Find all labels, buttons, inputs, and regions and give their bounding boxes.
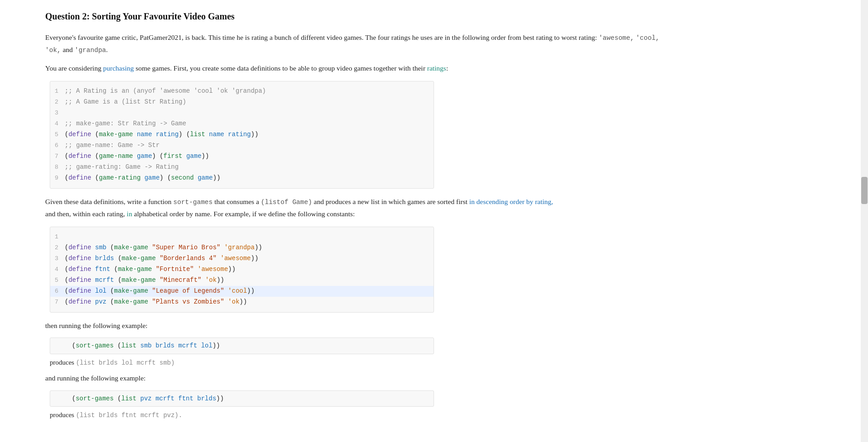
code-content-4: ;; make-game: Str Rating -> Game [65,119,186,129]
code-content-9: (define (game-rating game) (second game)… [65,173,221,184]
code-line-4: 4 ;; make-game: Str Rating -> Game [50,119,434,129]
alpha-highlight: in [127,210,132,218]
code2-line-6: 6 (define lol (make-game "League of Lege… [50,286,434,297]
code-content-1: ;; A Rating is an (anyof 'awesome 'cool … [65,86,266,97]
line-num-9: 9 [50,173,65,184]
intro-paragraph-1: Everyone's favourite game critic, PatGam… [45,32,669,56]
code-line-5: 5 (define (make-game name rating) (list … [50,129,434,140]
para3-text-d: and then, within each rating, [45,210,127,218]
code2-line-1: 1 [50,232,434,242]
intro-text-2c: : [446,64,448,72]
code-line-8: 8 ;; game-rating: Game -> Rating [50,162,434,173]
code2-line-3: 3 (define brlds (make-game "Borderlands … [50,253,434,264]
code-line-2: 2 ;; A Game is a (list Str Rating) [50,97,434,108]
code-line-3: 3 [50,108,434,119]
produces-result-1: (list brlds lol mcrft smb) [76,359,175,366]
code2-content-2: (define smb (make-game "Super Mario Bros… [65,242,262,253]
code2-content-4: (define ftnt (make-game "Fortnite" 'awes… [65,264,236,275]
descending-highlight: in descending order by rating, [469,198,553,205]
para3-text-a: Given these data definitions, write a fu… [45,198,173,205]
example2-content: (sort-games (list pvz mcrft ftnt brlds)) [72,394,224,404]
line-num-1: 1 [50,86,65,97]
sort-games-func: sort-games [173,199,212,206]
produces-label-1: produces [50,359,76,366]
line2-num-1: 1 [50,232,65,242]
line-num-2: 2 [50,97,65,108]
code2-content-1 [65,232,68,242]
code-line-1: 1 ;; A Rating is an (anyof 'awesome 'coo… [50,86,434,97]
produces-result-2: (list brlds ftnt mcrft pvz). [76,412,182,419]
code2-line-5: 5 (define mcrft (make-game "Minecraft" '… [50,275,434,286]
code2-line-7: 7 (define pvz (make-game "Plants vs Zomb… [50,297,434,308]
intro-text-1: Everyone's favourite game critic, PatGam… [45,33,599,41]
code-content-6: ;; game-name: Game -> Str [65,140,160,151]
line2-num-7: 7 [50,297,65,308]
code-block-1: 1 ;; A Rating is an (anyof 'awesome 'coo… [50,81,434,188]
code-content-8: ;; game-rating: Game -> Rating [65,162,179,173]
purchasing-highlight: purchasing [103,64,134,72]
example1-content: (sort-games (list smb brlds mcrft lol)) [72,341,220,351]
line-num-7: 7 [50,152,65,162]
para3-text-e: alphabetical order by name. For example,… [132,210,354,218]
line2-num-6: 6 [50,286,65,297]
paragraph-3: Given these data definitions, write a fu… [45,196,669,219]
code-content-2: ;; A Game is a (list Str Rating) [65,97,186,108]
line-num-5: 5 [50,130,65,140]
example1-linenum [57,341,72,351]
line-num-4: 4 [50,119,65,129]
line2-num-5: 5 [50,276,65,286]
example2-linenum [57,394,72,404]
rating-grandpa: 'grandpa [75,47,106,54]
intro-paragraph-2: You are considering purchasing some game… [45,62,669,74]
code2-content-6: (define lol (make-game "League of Legend… [65,286,255,297]
then-text: then running the following example: [45,320,669,332]
code2-content-5: (define mcrft (make-game "Minecraft" 'ok… [65,275,224,286]
code-line-6: 6 ;; game-name: Game -> Str [50,140,434,151]
line-num-3: 3 [50,108,65,119]
para3-text-b: that consumes a [212,198,261,205]
listof-game: (listof Game) [261,199,312,206]
line-num-8: 8 [50,162,65,173]
rating-cool: 'cool, [636,34,660,42]
code2-line-4: 4 (define ftnt (make-game "Fortnite" 'aw… [50,264,434,275]
and-text: and running the following example: [45,372,669,384]
example-2: (sort-games (list pvz mcrft ftnt brlds)) [50,390,434,407]
rating-ok: 'ok, [45,47,61,54]
ratings-highlight: ratings [427,64,446,72]
line2-num-2: 2 [50,243,65,253]
rating-awesome: 'awesome, [599,34,634,42]
para3-text-c: and produces a new list in which games a… [312,198,469,205]
code2-content-7: (define pvz (make-game "Plants vs Zombie… [65,297,247,308]
produces-label-2: produces [50,411,76,418]
code2-content-3: (define brlds (make-game "Borderlands 4"… [65,253,259,264]
produces-line-1: produces (list brlds lol mcrft smb) [50,357,669,368]
code-content-3 [65,108,68,119]
produces-line-2: produces (list brlds ftnt mcrft pvz). [50,409,669,420]
code-line-7: 7 (define (game-name game) (first game)) [50,151,434,162]
code-line-9: 9 (define (game-rating game) (second gam… [50,173,434,184]
line2-num-3: 3 [50,254,65,264]
example-1: (sort-games (list smb brlds mcrft lol)) [50,337,434,354]
code2-line-2: 2 (define smb (make-game "Super Mario Br… [50,242,434,253]
code-content-5: (define (make-game name rating) (list na… [65,129,259,140]
intro-text-2a: You are considering [45,64,103,72]
line2-num-4: 4 [50,265,65,275]
code-block-2: 1 2 (define smb (make-game "Super Mario … [50,227,434,313]
line-num-6: 6 [50,141,65,151]
intro-text-2b: some games. First, you create some data … [134,64,427,72]
question-title: Question 2: Sorting Your Favourite Video… [45,9,669,24]
code-content-7: (define (game-name game) (first game)) [65,151,209,162]
